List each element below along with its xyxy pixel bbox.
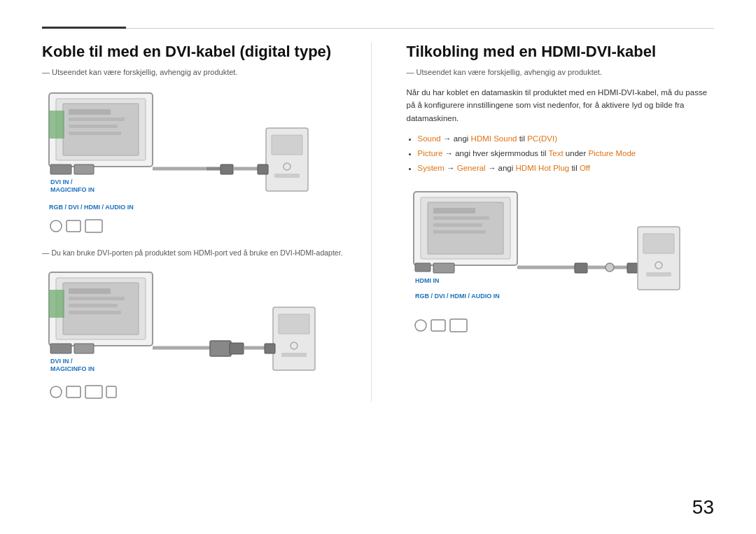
bullet-picture-prefix: Picture — [418, 149, 443, 157]
left-section-title: Koble til med en DVI-kabel (digital type… — [42, 43, 350, 61]
svg-rect-3 — [69, 109, 111, 115]
left-bottom-svg: DVI IN / MAGICINFO IN — [42, 265, 343, 374]
bullet-system-off: Off — [580, 164, 590, 172]
right-diagram: HDMI IN RGB / DVI / HDMI / AUDIO IN — [407, 185, 715, 310]
svg-text:RGB / DVI / HDMI / AUDIO IN: RGB / DVI / HDMI / AUDIO IN — [415, 293, 500, 300]
left-subtitle: Utseendet kan være forskjellig, avhengig… — [42, 68, 350, 76]
bullet-item-picture: Picture → angi hver skjermmodus til Text… — [418, 146, 715, 161]
svg-rect-9 — [74, 164, 94, 174]
svg-rect-33 — [74, 344, 94, 353]
svg-rect-47 — [85, 386, 102, 398]
svg-text:HDMI IN: HDMI IN — [415, 277, 440, 284]
left-diagram-bottom: DVI IN / MAGICINFO IN — [42, 265, 350, 377]
right-connectors-svg — [414, 316, 470, 335]
bullet-item-system: System → General → angi HDMI Hot Plug ti… — [418, 161, 715, 176]
bullet-picture-text1: → angi hver skjermmodus til — [445, 149, 549, 157]
bullet-picture-highlight1: Text — [549, 149, 564, 157]
svg-rect-54 — [433, 223, 482, 227]
svg-rect-42 — [265, 344, 275, 353]
right-body-text: Når du har koblet en datamaskin til prod… — [407, 86, 715, 125]
left-connectors-svg — [49, 216, 105, 236]
svg-rect-18 — [258, 164, 268, 174]
svg-rect-29 — [69, 304, 118, 307]
svg-rect-6 — [69, 132, 121, 135]
svg-rect-66 — [646, 272, 671, 276]
svg-text:DVI IN /: DVI IN / — [50, 358, 73, 365]
svg-rect-8 — [50, 164, 71, 174]
svg-rect-39 — [279, 314, 309, 334]
svg-rect-17 — [274, 174, 300, 178]
svg-rect-30 — [69, 311, 121, 314]
left-connectors-bottom-svg — [49, 382, 119, 402]
left-port-label-rgb: RGB / DVI / HDMI / AUDIO IN — [49, 203, 350, 212]
bullet-sound-arrow: → angi — [443, 134, 471, 143]
svg-rect-55 — [433, 230, 486, 234]
two-column-layout: Koble til med en DVI-kabel (digital type… — [42, 43, 714, 402]
bullet-sound-prefix: Sound — [418, 134, 441, 143]
svg-rect-70 — [431, 320, 445, 331]
svg-rect-28 — [69, 297, 125, 300]
svg-point-45 — [50, 386, 62, 398]
right-section: Tilkobling med en HDMI-DVI-kabel Utseend… — [400, 43, 715, 402]
page-container: Koble til med en DVI-kabel (digital type… — [0, 0, 756, 534]
bullet-system-general: General — [457, 164, 486, 172]
bullet-sound-highlight1: HDMI Sound — [471, 134, 517, 143]
svg-rect-4 — [69, 118, 125, 121]
bullet-system-text2: → angi — [488, 164, 516, 172]
svg-rect-46 — [66, 386, 80, 398]
svg-rect-62 — [627, 263, 638, 273]
svg-rect-12 — [220, 164, 233, 174]
bullet-system-hotplug: HDMI Hot Plug — [516, 164, 570, 172]
top-rule — [42, 28, 714, 29]
svg-rect-41 — [281, 353, 307, 357]
svg-point-69 — [415, 320, 426, 331]
svg-rect-7 — [49, 111, 64, 139]
left-top-svg: DVI IN / MAGICINFO IN — [42, 86, 343, 195]
svg-rect-5 — [69, 125, 118, 128]
bullet-system-arrow: → — [447, 164, 457, 172]
svg-rect-22 — [66, 220, 80, 232]
left-section: Koble til med en DVI-kabel (digital type… — [42, 43, 372, 402]
svg-text:MAGICINFO IN: MAGICINFO IN — [50, 365, 94, 372]
svg-point-61 — [606, 263, 614, 272]
right-bullet-list: Sound → angi HDMI Sound til PC(DVI) Pict… — [418, 132, 715, 175]
bullet-sound-text2: til — [519, 134, 528, 143]
left-diagram-top: DVI IN / MAGICINFO IN — [42, 86, 350, 197]
bullet-item-sound: Sound → angi HDMI Sound til PC(DVI) — [418, 132, 715, 146]
svg-rect-27 — [69, 288, 111, 294]
right-subtitle: Utseendet kan være forskjellig, avhengig… — [407, 68, 715, 76]
svg-rect-53 — [433, 216, 489, 220]
svg-rect-64 — [643, 234, 674, 253]
bullet-system-prefix: System — [418, 164, 444, 172]
svg-rect-36 — [230, 343, 244, 354]
bullet-system-text3: til — [571, 164, 580, 172]
svg-rect-32 — [50, 344, 71, 353]
svg-rect-56 — [415, 263, 430, 272]
svg-rect-23 — [85, 220, 102, 232]
svg-text:DVI IN /: DVI IN / — [50, 178, 73, 185]
right-diagram-svg: HDMI IN RGB / DVI / HDMI / AUDIO IN — [407, 185, 708, 307]
svg-rect-31 — [49, 290, 64, 318]
svg-rect-15 — [272, 135, 302, 155]
svg-rect-71 — [450, 319, 467, 332]
svg-rect-48 — [106, 386, 116, 398]
page-number: 53 — [692, 496, 714, 519]
svg-text:MAGICINFO IN: MAGICINFO IN — [50, 186, 94, 193]
svg-rect-35 — [210, 341, 231, 356]
svg-point-21 — [50, 220, 62, 232]
bullet-sound-highlight2: PC(DVI) — [527, 134, 557, 143]
right-section-title: Tilkobling med en HDMI-DVI-kabel — [407, 43, 715, 61]
bullet-picture-text2: under — [566, 149, 589, 157]
bullet-picture-highlight2: Picture Mode — [588, 149, 636, 157]
left-bottom-note: Du kan bruke DVI-porten på produktet som… — [42, 248, 350, 257]
svg-rect-59 — [575, 263, 587, 273]
svg-rect-57 — [433, 263, 454, 273]
svg-rect-52 — [433, 208, 475, 213]
